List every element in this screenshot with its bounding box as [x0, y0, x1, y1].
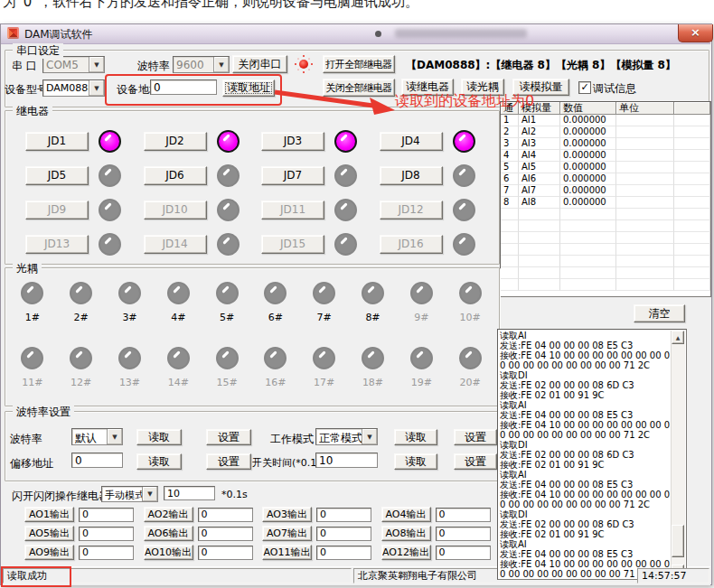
switch-time-read-button[interactable]: 读取 — [394, 453, 437, 470]
close-all-relays-button[interactable]: 关闭全部继电器 — [323, 79, 395, 97]
relay-button-jd14[interactable]: JD14 — [144, 235, 207, 254]
table-cell — [616, 209, 674, 220]
baudrate-select[interactable]: 默认 ▼ — [71, 428, 123, 445]
switch-time-set-button[interactable]: 设置 — [454, 453, 497, 470]
log-line: 读取AI — [500, 400, 671, 410]
table-cell: AI7 — [519, 185, 560, 197]
ao-value-input-8[interactable] — [436, 527, 491, 541]
device-address-input[interactable] — [150, 79, 217, 95]
opto-channel: 6# — [251, 282, 300, 323]
ao-value-input-5[interactable] — [79, 527, 134, 541]
opto-channel: 4# — [154, 282, 202, 323]
table-row — [501, 209, 710, 220]
analog-table-body: 1AI10.0000002AI20.0000003AI30.0000004AI4… — [501, 115, 710, 291]
relay-cell: JD5 — [23, 158, 142, 192]
flash-time-input[interactable] — [164, 486, 215, 500]
relay-button-jd4[interactable]: JD4 — [380, 132, 443, 151]
table-cell: 3 — [501, 138, 519, 150]
table-row: 6AI60.000000 — [501, 173, 710, 185]
scrollbar-thumb[interactable] — [672, 525, 684, 557]
table-cell — [616, 126, 674, 138]
baudrate-read-button[interactable]: 读取 — [136, 429, 182, 445]
table-cell — [501, 244, 519, 256]
close-port-button[interactable]: 关闭串口 — [232, 55, 287, 73]
opto-label: 12# — [70, 377, 91, 388]
ao-output-button-11[interactable]: AO11输出 — [262, 545, 312, 560]
table-row: 7AI70.000000 — [501, 185, 710, 197]
relay-button-jd3[interactable]: JD3 — [261, 132, 324, 151]
ao-output-button-1[interactable]: AO1输出 — [24, 507, 74, 522]
offset-address-label: 偏移地址 — [10, 456, 53, 471]
status-message: 读取成功 — [3, 568, 352, 583]
relay-button-jd7[interactable]: JD7 — [261, 166, 324, 185]
log-line: 接收:FE 02 01 00 91 9C — [500, 390, 671, 400]
ao-value-input-2[interactable] — [198, 508, 253, 522]
opto-channel: 8# — [349, 282, 398, 323]
relay-button-jd2[interactable]: JD2 — [144, 132, 207, 151]
ao-output-button-9[interactable]: AO9输出 — [24, 545, 74, 560]
table-cell: 6 — [501, 173, 519, 185]
debug-info-checkbox[interactable]: ✓ — [578, 81, 591, 94]
log-line: 接收:FE 02 01 00 91 9C — [500, 529, 671, 539]
relay-button-jd5[interactable]: JD5 — [25, 166, 89, 185]
baudrate-value: 默认 — [72, 429, 107, 444]
ao-output-button-8[interactable]: AO8输出 — [381, 526, 431, 541]
opto-channel: 15# — [202, 347, 251, 388]
ao-output-button-5[interactable]: AO5输出 — [24, 526, 74, 541]
ao-value-input-9[interactable] — [79, 546, 134, 560]
baudrate-set-button[interactable]: 设置 — [206, 429, 251, 445]
relay-button-jd10[interactable]: JD10 — [144, 201, 207, 219]
work-mode-read-button[interactable]: 读取 — [394, 429, 437, 445]
opto-channel: 16# — [251, 347, 300, 388]
offset-address-input[interactable] — [71, 453, 123, 468]
relay-button-jd13[interactable]: JD13 — [25, 235, 89, 254]
ao-output-button-4[interactable]: AO4输出 — [381, 507, 431, 522]
close-button[interactable]: × — [678, 24, 713, 42]
relay-indicator-2-on — [217, 130, 240, 153]
offset-set-button[interactable]: 设置 — [206, 453, 251, 470]
ao-value-input-6[interactable] — [198, 527, 253, 541]
ao-value-input-11[interactable] — [316, 546, 371, 560]
log-line: 接收:FE 04 10 00 00 00 00 00 00 00 00 00 0… — [500, 350, 671, 370]
relay-button-jd6[interactable]: JD6 — [144, 166, 207, 185]
work-mode-set-button[interactable]: 设置 — [454, 429, 497, 445]
read-address-button[interactable]: 读取地址 — [222, 79, 275, 97]
table-cell: 7 — [501, 185, 519, 197]
baud-select[interactable]: 9600 ▼ — [173, 56, 230, 73]
relay-button-jd15[interactable]: JD15 — [261, 235, 324, 254]
ao-output-button-12[interactable]: AO12输出 — [381, 545, 431, 560]
ao-output-button-6[interactable]: AO6输出 — [144, 526, 193, 541]
relay-button-jd8[interactable]: JD8 — [380, 166, 443, 185]
scroll-up-icon[interactable]: ▲ — [672, 331, 684, 344]
relay-button-jd12[interactable]: JD12 — [380, 201, 443, 219]
table-cell — [674, 185, 710, 197]
ao-output-button-2[interactable]: AO2输出 — [144, 507, 193, 522]
baud-label: 波特率 — [137, 59, 170, 74]
relay-button-jd11[interactable]: JD11 — [261, 201, 324, 219]
model-value: DAM0888 — [43, 80, 89, 96]
log-scrollbar[interactable]: ▲ ▼ — [671, 331, 685, 578]
relay-button-jd9[interactable]: JD9 — [25, 201, 89, 219]
relay-cell: JD6 — [142, 158, 260, 192]
ao-value-input-1[interactable] — [79, 508, 134, 522]
switch-time-input[interactable] — [315, 453, 378, 468]
ao-value-input-10[interactable] — [198, 546, 253, 560]
ao-output-button-10[interactable]: AO10输出 — [144, 545, 193, 560]
ao-value-input-4[interactable] — [436, 508, 491, 522]
ao-value-input-12[interactable] — [436, 546, 491, 560]
flash-mode-select[interactable]: 手动模式 ▼ — [101, 486, 158, 502]
opto-label: 17# — [314, 377, 334, 388]
chevron-down-icon: ▼ — [89, 80, 104, 96]
ao-output-button-7[interactable]: AO7输出 — [262, 526, 312, 541]
relay-button-jd16[interactable]: JD16 — [380, 235, 443, 254]
clear-log-button[interactable]: 清空 — [634, 304, 685, 322]
work-mode-select[interactable]: 正常模式 ▼ — [315, 428, 378, 445]
ao-output-button-3[interactable]: AO3输出 — [262, 507, 312, 522]
relay-button-jd1[interactable]: JD1 — [25, 132, 89, 151]
ao-value-input-7[interactable] — [316, 527, 371, 541]
open-all-relays-button[interactable]: 打开全部继电器 — [323, 55, 395, 73]
offset-read-button[interactable]: 读取 — [136, 453, 182, 470]
ao-value-input-3[interactable] — [316, 508, 371, 522]
com-port-label: 串 口 — [12, 59, 37, 74]
model-select[interactable]: DAM0888 ▼ — [42, 79, 105, 97]
